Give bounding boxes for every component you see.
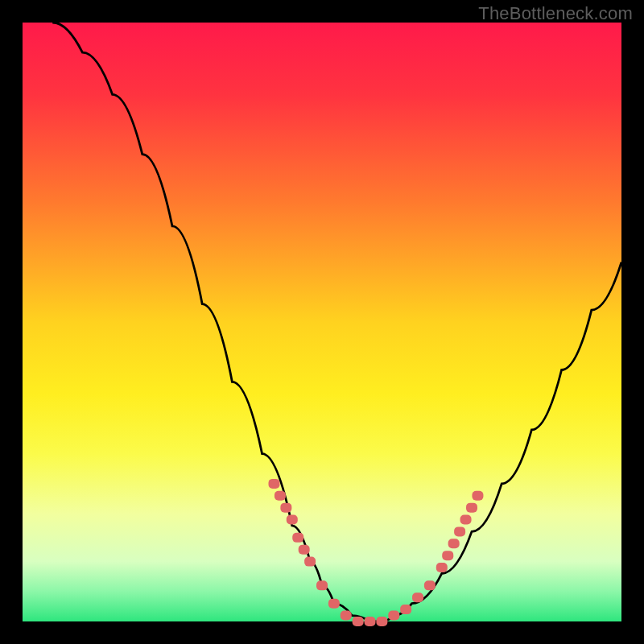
highlight-marker <box>328 599 340 609</box>
highlight-marker <box>454 526 465 536</box>
highlight-marker <box>460 515 472 525</box>
highlight-marker <box>365 617 376 626</box>
highlight-marker <box>388 611 399 621</box>
highlight-marker <box>353 617 364 626</box>
highlight-marker <box>280 503 291 513</box>
highlight-marker <box>442 551 453 560</box>
highlight-marker <box>436 563 448 572</box>
highlight-marker <box>304 557 316 567</box>
highlight-marker <box>376 617 387 626</box>
highlight-marker <box>287 515 298 525</box>
highlight-marker <box>275 491 286 501</box>
highlight-marker <box>466 503 477 513</box>
highlight-marker <box>316 580 328 590</box>
watermark-text: TheBottleneck.com <box>478 3 633 24</box>
highlight-marker <box>472 491 483 501</box>
chart-container: TheBottleneck.com <box>0 0 644 644</box>
highlight-marker <box>424 580 436 590</box>
highlight-marker <box>448 539 460 548</box>
highlight-marker <box>299 545 310 555</box>
highlight-marker <box>400 605 411 614</box>
highlight-marker <box>412 592 423 602</box>
highlight-marker <box>292 533 303 543</box>
highlight-marker <box>268 479 279 489</box>
svg-rect-1 <box>23 23 621 621</box>
bottleneck-chart <box>0 0 644 644</box>
highlight-marker <box>341 611 352 621</box>
